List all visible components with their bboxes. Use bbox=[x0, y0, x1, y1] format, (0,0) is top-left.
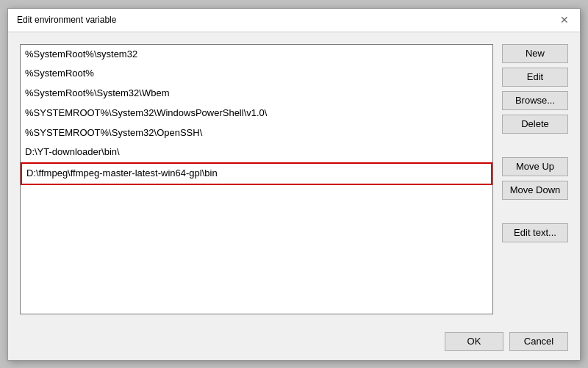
buttons-panel: New Edit Browse... Delete Move Up Move D… bbox=[502, 44, 568, 314]
dialog-title: Edit environment variable bbox=[17, 15, 116, 25]
list-panel: %SystemRoot%\system32%SystemRoot%%System… bbox=[20, 44, 493, 314]
list-item[interactable]: %SYSTEMROOT%\System32\OpenSSH\ bbox=[21, 123, 492, 143]
new-button[interactable]: New bbox=[502, 44, 568, 63]
list-item[interactable]: %SystemRoot%\System32\Wbem bbox=[21, 84, 492, 104]
button-spacer-1 bbox=[502, 138, 568, 153]
move-down-button[interactable]: Move Down bbox=[502, 181, 568, 200]
env-variable-list[interactable]: %SystemRoot%\system32%SystemRoot%%System… bbox=[20, 44, 493, 314]
dialog-content: %SystemRoot%\system32%SystemRoot%%System… bbox=[8, 32, 580, 326]
list-item[interactable]: %SystemRoot%\system32 bbox=[21, 45, 492, 65]
button-spacer-2 bbox=[502, 204, 568, 219]
cancel-button[interactable]: Cancel bbox=[509, 332, 568, 351]
title-bar: Edit environment variable ✕ bbox=[8, 9, 580, 32]
move-up-button[interactable]: Move Up bbox=[502, 157, 568, 176]
list-item[interactable]: D:\YT-downloader\bin\ bbox=[21, 142, 492, 162]
ok-button[interactable]: OK bbox=[445, 332, 503, 351]
list-item[interactable]: %SystemRoot% bbox=[21, 64, 492, 84]
delete-button[interactable]: Delete bbox=[502, 115, 568, 134]
list-item[interactable]: D:\ffmpeg\ffmpeg-master-latest-win64-gpl… bbox=[21, 162, 492, 185]
edit-text-button[interactable]: Edit text... bbox=[502, 223, 568, 242]
edit-env-variable-dialog: Edit environment variable ✕ %SystemRoot%… bbox=[7, 8, 581, 361]
edit-button[interactable]: Edit bbox=[502, 68, 568, 87]
dialog-footer: OK Cancel bbox=[8, 326, 580, 360]
browse-button[interactable]: Browse... bbox=[502, 91, 568, 110]
close-button[interactable]: ✕ bbox=[558, 13, 571, 26]
list-item[interactable]: %SYSTEMROOT%\System32\WindowsPowerShell\… bbox=[21, 104, 492, 123]
